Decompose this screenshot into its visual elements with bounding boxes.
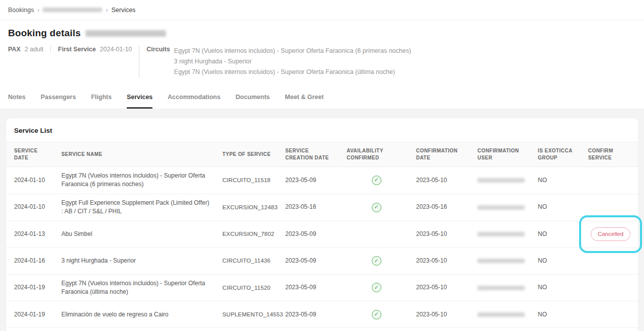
service-row: 2024-01-19 Egypt 7N (Vuelos internos inc… xyxy=(6,274,638,301)
confirmation-user-redacted xyxy=(477,232,525,236)
cell-confirmation-user xyxy=(472,167,533,194)
confirmation-user-redacted xyxy=(477,286,525,290)
col-header-confirmation-date: CONFIRMATION DATE xyxy=(411,142,472,167)
cell-is-exoticca-group: NO xyxy=(533,247,583,274)
breadcrumb: Bookings › › Services xyxy=(0,0,644,20)
cell-confirm-service xyxy=(583,301,638,328)
cell-type-of-service: SUPLEMENTO_14553 xyxy=(217,301,280,328)
cell-service-date: 2024-01-13 xyxy=(6,221,56,247)
cell-confirmation-date: 2023-05-10 xyxy=(411,247,472,274)
cell-confirmation-date: 2023-05-10 xyxy=(411,221,472,247)
service-row: 2024-01-16 3 night Hurghada - Superior C… xyxy=(6,247,638,274)
circuit-line: Egypt 7N (Vuelos internos incluidos) - S… xyxy=(174,67,411,77)
table-header-row: SERVICE DATE SERVICE NAME TYPE OF SERVIC… xyxy=(6,142,638,167)
cell-confirm-service xyxy=(583,274,638,301)
cell-service-creation-date: 2023-05-09 xyxy=(280,274,342,301)
tab-notes[interactable]: Notes xyxy=(8,94,26,109)
cell-type-of-service: EXCURSION_12483 xyxy=(217,194,280,221)
col-header-service-creation-date: SERVICE CREATION DATE xyxy=(280,142,342,167)
cell-confirm-service xyxy=(583,167,638,194)
cell-service-date: 2024-01-10 xyxy=(6,167,56,194)
booking-tabs: Notes Passengers Flights Services Accomm… xyxy=(0,87,644,109)
circuit-line: 3 night Hurghada - Superior xyxy=(174,56,411,67)
service-row: 2024-01-13 Abu Simbel EXCURSION_7802 202… xyxy=(6,221,638,247)
cell-is-exoticca-group: NO xyxy=(533,301,583,328)
services-table: SERVICE DATE SERVICE NAME TYPE OF SERVIC… xyxy=(6,142,638,328)
cell-availability-confirmed xyxy=(342,247,411,274)
cell-availability-confirmed xyxy=(342,301,411,328)
cell-is-exoticca-group: NO xyxy=(533,221,583,247)
cell-service-name: Egypt 7N (Vuelos internos incluidos) - S… xyxy=(56,167,217,194)
breadcrumb-bookings[interactable]: Bookings xyxy=(8,7,34,14)
cell-service-name: Eliminación de vuelo de regreso a Cairo xyxy=(56,301,217,328)
check-circle-icon xyxy=(372,203,381,212)
page-title: Booking details xyxy=(8,28,80,39)
cell-service-creation-date: 2023-05-09 xyxy=(280,301,342,328)
first-service-group: First Service 2024-01-10 xyxy=(50,46,139,53)
cell-service-date: 2024-01-19 xyxy=(6,274,56,301)
col-header-confirm-service: CONFIRM SERVICE xyxy=(583,142,638,167)
service-row: 2024-01-10 Egypt 7N (Vuelos internos inc… xyxy=(6,167,638,194)
breadcrumb-booking-ref-redacted[interactable] xyxy=(43,8,102,12)
service-list-title: Service List xyxy=(6,118,638,142)
col-header-confirmation-user: CONFIRMATION USER xyxy=(472,142,533,167)
breadcrumb-services: Services xyxy=(111,7,135,14)
tab-passengers[interactable]: Passengers xyxy=(41,94,76,109)
cell-confirm-service xyxy=(583,247,638,274)
booking-header: Booking details PAX 2 adult First Servic… xyxy=(0,20,644,87)
cell-service-date: 2024-01-16 xyxy=(6,247,56,274)
tab-meet-greet[interactable]: Meet & Greet xyxy=(285,94,324,109)
breadcrumb-separator-icon: › xyxy=(106,7,108,14)
breadcrumb-separator-icon: › xyxy=(37,7,39,14)
confirmation-user-redacted xyxy=(477,205,525,210)
check-circle-icon xyxy=(372,256,381,266)
cell-confirm-service: Cancelled xyxy=(583,221,638,247)
cell-service-creation-date: 2023-05-09 xyxy=(280,167,342,194)
pax-value: 2 adult xyxy=(25,46,44,53)
cell-availability-confirmed xyxy=(342,274,411,301)
cell-service-name: Abu Simbel xyxy=(56,221,217,247)
cell-confirmation-user xyxy=(472,301,533,328)
confirmation-user-redacted xyxy=(477,178,525,183)
cell-type-of-service: CIRCUITO_11436 xyxy=(217,247,280,274)
col-header-service-date: SERVICE DATE xyxy=(6,142,56,167)
cell-is-exoticca-group: NO xyxy=(533,167,583,194)
cell-is-exoticca-group: NO xyxy=(533,274,583,301)
cell-availability-confirmed xyxy=(342,221,411,247)
col-header-availability-confirmed: AVAILABILITY CONFIRMED xyxy=(342,142,411,167)
tab-documents[interactable]: Documents xyxy=(235,94,270,109)
booking-reference-redacted xyxy=(86,30,166,37)
cell-confirmation-user xyxy=(472,274,533,301)
status-badge-cancelled: Cancelled xyxy=(591,227,630,241)
circuits-label: Circuits xyxy=(146,46,170,53)
cell-service-date: 2024-01-10 xyxy=(6,194,56,221)
pax-group: PAX 2 adult xyxy=(8,46,50,53)
service-row: 2024-01-19 Eliminación de vuelo de regre… xyxy=(6,301,638,328)
pax-label: PAX xyxy=(8,46,21,53)
cell-service-name: Egypt Full Experience Supplement Pack (L… xyxy=(56,194,217,221)
cell-confirmation-user xyxy=(472,247,533,274)
col-header-type-of-service: TYPE OF SERVICE xyxy=(217,142,280,167)
check-circle-icon xyxy=(372,310,381,319)
cell-service-name: Egypt 7N (Vuelos internos incluidos) - S… xyxy=(56,274,217,301)
service-row: 2024-01-10 Egypt Full Experience Supplem… xyxy=(6,194,638,221)
cell-confirm-service xyxy=(583,194,638,221)
first-service-label: First Service xyxy=(58,46,96,53)
cell-confirmation-date: 2023-05-10 xyxy=(411,167,472,194)
tab-services[interactable]: Services xyxy=(127,94,152,109)
confirmation-user-redacted xyxy=(477,259,525,263)
cell-confirmation-date: 2023-05-10 xyxy=(411,301,472,328)
circuit-line: Egypt 7N (Vuelos internos incluidos) - S… xyxy=(174,46,411,56)
cell-service-date: 2024-01-19 xyxy=(6,301,56,328)
booking-meta: PAX 2 adult First Service 2024-01-10 Cir… xyxy=(8,46,636,77)
tab-accommodations[interactable]: Accommodations xyxy=(168,94,220,109)
confirmation-user-redacted xyxy=(477,312,525,317)
cell-service-creation-date: 2023-05-16 xyxy=(280,194,342,221)
circuit-lines: Egypt 7N (Vuelos internos incluidos) - S… xyxy=(174,46,411,77)
cell-availability-confirmed xyxy=(342,167,411,194)
cell-confirmation-user xyxy=(472,221,533,247)
check-circle-icon xyxy=(372,283,381,292)
cell-service-name: 3 night Hurghada - Superior xyxy=(56,247,217,274)
tab-flights[interactable]: Flights xyxy=(91,94,112,109)
cell-confirmation-user xyxy=(472,194,533,221)
